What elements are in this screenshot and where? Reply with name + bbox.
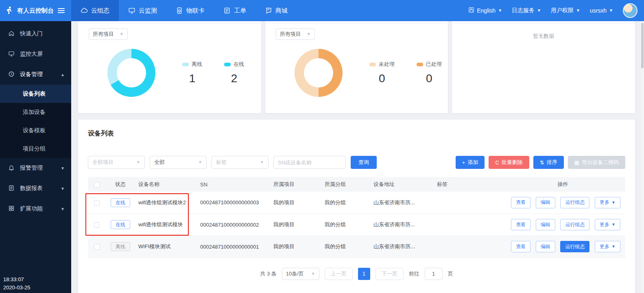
project-select[interactable]: 全部项目 ▼ bbox=[88, 156, 145, 169]
device-group: 我的分组 bbox=[321, 214, 370, 236]
sidebar-item-device-template[interactable]: 设备模板 bbox=[0, 121, 71, 140]
project-filter-select[interactable]: 所有项目 ▼ bbox=[89, 28, 128, 40]
online-count: 2 bbox=[231, 72, 238, 85]
sidebar-item-device-management[interactable]: 设备管理 ▲ bbox=[0, 64, 71, 85]
nav-mall[interactable]: 商城 bbox=[255, 0, 297, 21]
scrollbar-track[interactable] bbox=[641, 21, 644, 293]
sidebar-item-monitor-screen[interactable]: 监控大屏 bbox=[0, 44, 71, 64]
row-checkbox[interactable] bbox=[94, 200, 100, 206]
cloud-icon bbox=[81, 7, 88, 14]
next-page-button[interactable]: 下一页 bbox=[375, 268, 404, 280]
action-toolbar: + 添加 C 批量删除 ⇅ 排序 ▦ 导出设备二维码 bbox=[456, 156, 625, 169]
log-service-menu[interactable]: 日志服务 ▼ bbox=[512, 7, 541, 14]
view-button[interactable]: 查看 bbox=[511, 197, 530, 208]
scrollbar-thumb[interactable] bbox=[641, 23, 644, 68]
current-time: 18:33:07 bbox=[3, 276, 31, 284]
offline-swatch bbox=[182, 63, 189, 66]
nav-work-order[interactable]: 工单 bbox=[214, 0, 255, 21]
sidebar-item-device-list[interactable]: 设备列表 bbox=[0, 85, 71, 103]
query-button[interactable]: 查询 bbox=[351, 156, 377, 169]
table-header-row: 状态 设备名称 SN 所属项目 所属分组 设备地址 标签 操作 bbox=[88, 177, 625, 192]
legend-offline: 离线 1 bbox=[182, 61, 202, 85]
nav-cloud-monitor[interactable]: 云监测 bbox=[119, 0, 166, 21]
sidebar-clock: 18:33:07 2020-03-25 bbox=[3, 276, 31, 291]
language-switcher[interactable]: English ▼ bbox=[468, 7, 502, 14]
filter-toolbar: 全部项目 ▼ 全部 ▼ 标签 ▼ 查询 + 添加 C bbox=[88, 156, 625, 169]
chevron-down-icon: ▼ bbox=[537, 9, 541, 13]
page-size-select[interactable]: 10条/页 ▼ bbox=[282, 268, 319, 280]
search-input[interactable] bbox=[278, 160, 341, 166]
nav-iot-card[interactable]: 物联卡 bbox=[166, 0, 214, 21]
chevron-down-icon: ▼ bbox=[611, 201, 616, 205]
pagination: 共 3 条 10条/页 ▼ 上一页 1 下一页 前往 页 bbox=[88, 268, 625, 280]
online-swatch bbox=[224, 63, 231, 66]
nav-cloud-scada[interactable]: 云组态 bbox=[71, 0, 119, 21]
status-badge: 在线 bbox=[111, 220, 130, 229]
device-table-wrap: 状态 设备名称 SN 所属项目 所属分组 设备地址 标签 操作 在线 wifi bbox=[88, 177, 625, 258]
user-permission-menu[interactable]: 用户权限 ▼ bbox=[551, 7, 580, 14]
mall-icon bbox=[265, 7, 272, 14]
legend-processed: 已处理 0 bbox=[417, 61, 442, 85]
legend-unprocessed: 未处理 0 bbox=[369, 61, 395, 85]
sidebar-item-alarm-management[interactable]: 报警管理 ▼ bbox=[0, 158, 71, 178]
project-filter-select[interactable]: 所有项目 ▼ bbox=[276, 28, 315, 40]
device-group: 我的分组 bbox=[321, 192, 370, 214]
more-button[interactable]: 更多▼ bbox=[595, 219, 620, 230]
row-checkbox[interactable] bbox=[94, 244, 100, 250]
device-table: 状态 设备名称 SN 所属项目 所属分组 设备地址 标签 操作 在线 wifi bbox=[88, 177, 625, 258]
edit-button[interactable]: 编辑 bbox=[536, 241, 555, 252]
chevron-down-icon: ▼ bbox=[576, 9, 580, 13]
status-select[interactable]: 全部 ▼ bbox=[150, 156, 207, 169]
chevron-down-icon: ▼ bbox=[307, 32, 311, 36]
run-scada-button[interactable]: 运行组态 bbox=[560, 197, 589, 208]
chevron-down-icon: ▼ bbox=[61, 207, 65, 211]
chevron-down-icon: ▼ bbox=[260, 160, 264, 164]
no-data-text: 暂无数据 bbox=[452, 33, 635, 40]
current-date: 2020-03-25 bbox=[3, 284, 31, 292]
edit-button[interactable]: 编辑 bbox=[536, 197, 555, 208]
user-menu[interactable]: usrsxh ▼ bbox=[590, 7, 613, 14]
device-address: 山东省济南市历... bbox=[370, 236, 434, 258]
run-scada-button[interactable]: 运行组态 bbox=[560, 241, 589, 252]
main-content: 所有项目 ▼ 离线 1 在线 bbox=[71, 21, 641, 293]
tag-select[interactable]: 标签 ▼ bbox=[212, 156, 269, 169]
work-order-icon bbox=[223, 7, 231, 14]
row-checkbox[interactable] bbox=[94, 222, 100, 228]
sidebar-item-data-report[interactable]: 数据报表 ▼ bbox=[0, 178, 71, 199]
current-page-button[interactable]: 1 bbox=[358, 268, 370, 280]
batch-delete-icon: C bbox=[495, 160, 499, 165]
edit-button[interactable]: 编辑 bbox=[536, 219, 555, 230]
add-device-button[interactable]: + 添加 bbox=[456, 156, 485, 169]
goto-page-input[interactable] bbox=[425, 268, 443, 280]
view-button[interactable]: 查看 bbox=[511, 241, 530, 252]
sidebar-item-quick-start[interactable]: 快速入门 bbox=[0, 24, 71, 44]
monitor-icon bbox=[128, 7, 135, 14]
alarm-status-donut-chart bbox=[295, 49, 343, 97]
alarm-status-legend: 未处理 0 已处理 0 bbox=[369, 61, 442, 85]
device-status-legend: 离线 1 在线 2 bbox=[182, 61, 244, 85]
user-avatar[interactable] bbox=[623, 3, 637, 18]
chevron-down-icon: ▼ bbox=[311, 272, 315, 276]
export-qr-button[interactable]: ▦ 导出设备二维码 bbox=[568, 156, 625, 169]
topbar-right: English ▼ 日志服务 ▼ 用户权限 ▼ usrsxh ▼ bbox=[468, 3, 644, 18]
run-scada-button[interactable]: 运行组态 bbox=[560, 219, 589, 230]
menu-toggle-icon[interactable] bbox=[58, 8, 65, 13]
status-badge: 在线 bbox=[111, 198, 130, 207]
sidebar-item-project-group[interactable]: 项目分组 bbox=[0, 140, 71, 158]
topbar: 有人云控制台 云组态 云监测 物联卡 工单 商城 English ▼ bbox=[0, 0, 644, 21]
sim-card-icon bbox=[176, 7, 183, 14]
more-button[interactable]: 更多▼ bbox=[595, 197, 620, 208]
device-list-card: 设备列表 全部项目 ▼ 全部 ▼ 标签 ▼ 查询 + 添加 bbox=[78, 120, 635, 293]
sort-button[interactable]: ⇅ 排序 bbox=[533, 156, 564, 169]
view-button[interactable]: 查看 bbox=[511, 219, 530, 230]
table-row: 在线 wifi透传组测试模块 00024871000000000002 我的项目… bbox=[88, 214, 625, 236]
batch-delete-button[interactable]: C 批量删除 bbox=[489, 156, 529, 169]
select-all-checkbox[interactable] bbox=[94, 182, 100, 188]
prev-page-button[interactable]: 上一页 bbox=[325, 268, 353, 280]
device-tag bbox=[434, 192, 500, 214]
report-icon bbox=[8, 185, 15, 192]
sidebar-item-extensions[interactable]: 扩展功能 ▼ bbox=[0, 199, 71, 219]
more-button[interactable]: 更多▼ bbox=[595, 241, 620, 252]
sidebar-item-add-device[interactable]: 添加设备 bbox=[0, 103, 71, 121]
brand: 有人云控制台 bbox=[0, 6, 71, 16]
